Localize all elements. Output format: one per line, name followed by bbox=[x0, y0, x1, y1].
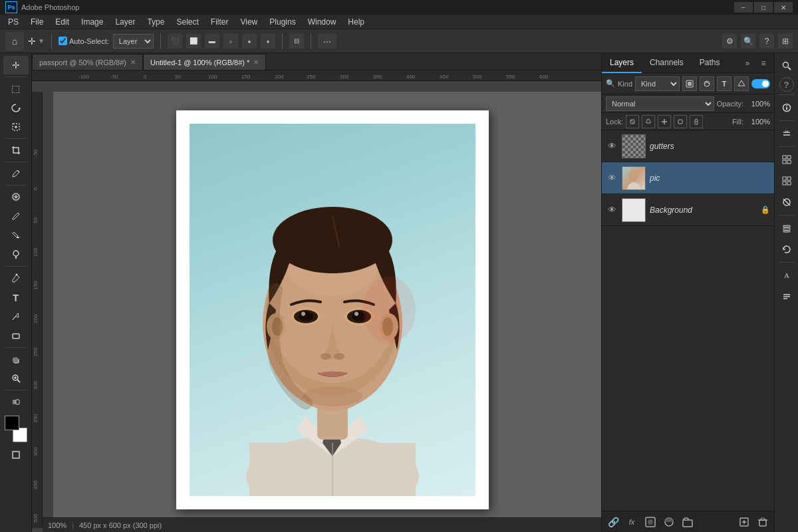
auto-select-select[interactable]: Layer Group bbox=[113, 34, 154, 49]
align-btn-3[interactable]: ▬ bbox=[205, 34, 219, 49]
healing-tool[interactable] bbox=[3, 188, 29, 206]
marquee-tool[interactable]: ⬚ bbox=[3, 79, 29, 98]
filter-toggle[interactable] bbox=[751, 79, 770, 88]
filter-kind-select[interactable]: Kind Name Effect Mode bbox=[635, 76, 680, 91]
canvas-scroll[interactable] bbox=[53, 92, 601, 528]
svg-point-9 bbox=[15, 274, 17, 276]
menu-image[interactable]: Image bbox=[76, 16, 108, 28]
lock-all-btn[interactable] bbox=[690, 115, 703, 128]
right-grid-btn-1[interactable] bbox=[777, 150, 797, 170]
panel-expand-button[interactable]: » bbox=[741, 57, 754, 70]
blend-mode-select[interactable]: Normal Multiply Screen Overlay bbox=[606, 96, 714, 111]
lock-artboard-btn[interactable] bbox=[674, 115, 687, 128]
menu-view[interactable]: View bbox=[235, 16, 263, 28]
gear-button[interactable]: ⚙ bbox=[722, 34, 737, 49]
title-bar-controls[interactable]: − □ ✕ bbox=[734, 2, 793, 13]
layer-item-background[interactable]: 👁 Background 🔒 bbox=[602, 194, 774, 226]
lasso-tool[interactable] bbox=[3, 98, 29, 117]
menu-filter[interactable]: Filter bbox=[205, 16, 234, 28]
layer-item-gutters[interactable]: 👁 gutters bbox=[602, 130, 774, 162]
workspace-button[interactable]: ⊞ bbox=[778, 34, 793, 49]
auto-select-checkbox[interactable] bbox=[59, 37, 67, 45]
menu-layer[interactable]: Layer bbox=[110, 16, 140, 28]
crop-tool[interactable] bbox=[3, 141, 29, 160]
dodge-tool[interactable] bbox=[3, 245, 29, 264]
quick-mask-tool[interactable] bbox=[3, 392, 29, 411]
menu-file[interactable]: File bbox=[25, 16, 49, 28]
filter-shape-btn[interactable] bbox=[734, 76, 749, 91]
foreground-color-swatch[interactable] bbox=[5, 416, 19, 430]
align-btn-7[interactable]: ⊟ bbox=[289, 34, 304, 49]
tab-passport-close[interactable]: ✕ bbox=[130, 59, 136, 66]
screen-mode-button[interactable] bbox=[3, 446, 29, 464]
svg-rect-17 bbox=[13, 452, 19, 458]
menu-edit[interactable]: Edit bbox=[50, 16, 74, 28]
menu-type[interactable]: Type bbox=[142, 16, 170, 28]
move-tool[interactable]: ✛ bbox=[3, 56, 29, 74]
lock-transparent-btn[interactable] bbox=[626, 115, 639, 128]
right-info-btn[interactable] bbox=[777, 98, 797, 118]
path-select-tool[interactable] bbox=[3, 307, 29, 326]
minimize-button[interactable]: − bbox=[734, 2, 753, 13]
tab-untitled-close[interactable]: ✕ bbox=[253, 59, 259, 66]
align-btn-5[interactable]: ⬥ bbox=[242, 34, 257, 49]
layer-fx-button[interactable]: fx bbox=[624, 515, 639, 529]
brush-tool[interactable] bbox=[3, 207, 29, 225]
more-options-button[interactable]: ··· bbox=[318, 34, 336, 49]
layer-background-visibility[interactable]: 👁 bbox=[606, 204, 618, 216]
auto-select-label[interactable]: Auto-Select: bbox=[59, 37, 109, 45]
search-top-button[interactable]: 🔍 bbox=[741, 34, 755, 49]
close-button[interactable]: ✕ bbox=[774, 2, 793, 13]
layer-list[interactable]: 👁 gutters 👁 pic 👁 bbox=[602, 130, 774, 511]
menu-help[interactable]: Help bbox=[342, 16, 370, 28]
menu-plugins[interactable]: Plugins bbox=[264, 16, 301, 28]
tab-paths[interactable]: Paths bbox=[692, 53, 728, 73]
maximize-button[interactable]: □ bbox=[754, 2, 773, 13]
layer-link-button[interactable]: 🔗 bbox=[606, 515, 620, 529]
right-history-btn[interactable] bbox=[777, 239, 797, 259]
right-help-btn[interactable]: ? bbox=[779, 77, 794, 92]
home-button[interactable]: ⌂ bbox=[5, 32, 24, 51]
align-btn-6[interactable]: ⬧ bbox=[261, 34, 275, 49]
filter-pixel-btn[interactable] bbox=[682, 76, 697, 91]
right-layers-btn[interactable] bbox=[777, 218, 797, 238]
help-top-button[interactable]: ? bbox=[759, 34, 774, 49]
filter-adj-btn[interactable] bbox=[700, 76, 714, 91]
shape-tool[interactable] bbox=[3, 327, 29, 345]
hand-tool[interactable] bbox=[3, 350, 29, 368]
fill-tool[interactable] bbox=[3, 226, 29, 245]
tab-passport[interactable]: passport @ 50% (RGB/8#) ✕ bbox=[32, 54, 143, 70]
right-char-btn[interactable]: A bbox=[777, 265, 797, 285]
text-tool[interactable]: T bbox=[3, 288, 29, 307]
layer-new-button[interactable] bbox=[737, 515, 751, 529]
tab-untitled[interactable]: Untitled-1 @ 100% (RGB/8#) * ✕ bbox=[143, 54, 266, 70]
eyedropper-tool[interactable] bbox=[3, 164, 29, 183]
filter-type-btn[interactable]: T bbox=[717, 76, 732, 91]
align-btn-2[interactable]: ⬜ bbox=[186, 34, 201, 49]
layer-pic-visibility[interactable]: 👁 bbox=[606, 172, 618, 184]
right-scroll-btn[interactable] bbox=[777, 124, 797, 144]
menu-select[interactable]: Select bbox=[171, 16, 203, 28]
menu-window[interactable]: Window bbox=[303, 16, 342, 28]
zoom-tool[interactable] bbox=[3, 369, 29, 388]
object-select-tool[interactable] bbox=[3, 118, 29, 136]
tab-channels[interactable]: Channels bbox=[642, 53, 692, 73]
align-btn-1[interactable]: ⬛ bbox=[168, 34, 182, 49]
layer-group-button[interactable] bbox=[680, 515, 695, 529]
lock-position-btn[interactable] bbox=[658, 115, 671, 128]
pen-tool[interactable] bbox=[3, 269, 29, 287]
menu-ps[interactable]: PS bbox=[3, 16, 24, 28]
layer-delete-button[interactable] bbox=[755, 515, 770, 529]
layer-gutters-visibility[interactable]: 👁 bbox=[606, 140, 618, 152]
tab-layers[interactable]: Layers bbox=[602, 53, 642, 73]
panel-menu-button[interactable]: ≡ bbox=[757, 57, 770, 70]
layer-item-pic[interactable]: 👁 pic bbox=[602, 162, 774, 194]
layer-adjustment-button[interactable] bbox=[662, 515, 676, 529]
right-grid-btn-3[interactable] bbox=[777, 192, 797, 212]
align-btn-4[interactable]: ⬦ bbox=[223, 34, 238, 49]
lock-image-btn[interactable] bbox=[642, 115, 655, 128]
right-grid-btn-2[interactable] bbox=[777, 171, 797, 191]
right-search-btn[interactable] bbox=[777, 56, 797, 76]
layer-mask-button[interactable] bbox=[643, 515, 658, 529]
right-para-btn[interactable] bbox=[777, 287, 797, 307]
